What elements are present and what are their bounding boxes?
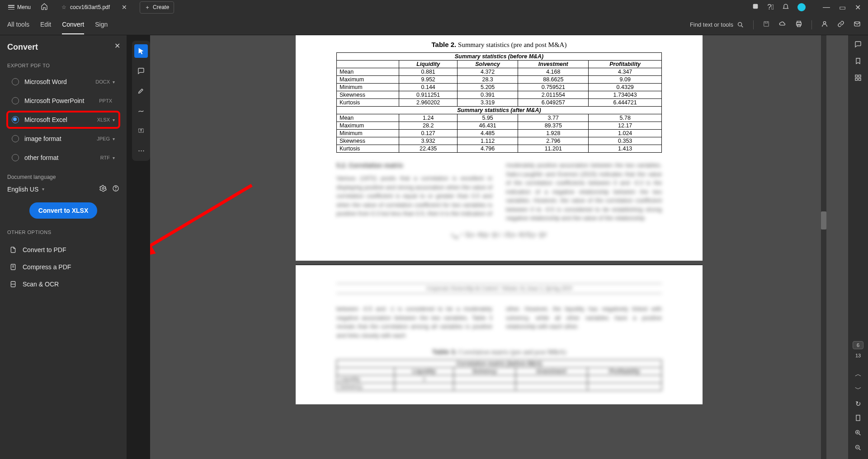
- menu-label: Menu: [17, 4, 31, 10]
- gear-icon[interactable]: [99, 185, 107, 193]
- radio-checked: [12, 116, 19, 123]
- link-icon[interactable]: [837, 20, 844, 29]
- pdf-page: Corporate Ownership & Control / Volume 1…: [296, 264, 703, 404]
- create-button[interactable]: ＋ Create: [140, 1, 174, 14]
- file-tab[interactable]: ☆ cocv16i3art5.pdf ✕: [57, 1, 134, 14]
- help-circle-icon[interactable]: [112, 185, 119, 193]
- opt-label: Microsoft Excel: [24, 116, 97, 123]
- item-label: Scan & OCR: [23, 281, 59, 288]
- svg-point-1: [738, 22, 742, 26]
- tool-rail: ⋯: [132, 41, 150, 161]
- text-box-tool[interactable]: [134, 124, 148, 137]
- scrollbar-thumb[interactable]: [821, 211, 826, 230]
- opt-label: other format: [24, 154, 100, 161]
- star-icon: ☆: [61, 4, 66, 10]
- svg-rect-18: [859, 78, 861, 80]
- main-toolbar: All tools Edit Convert Sign Find text or…: [0, 14, 868, 35]
- menu-button[interactable]: Menu: [4, 2, 35, 12]
- radio-unchecked: [12, 78, 19, 85]
- cloud-icon[interactable]: [779, 20, 786, 29]
- page-up-button[interactable]: ︿: [855, 370, 862, 379]
- doc-language-value[interactable]: English US: [7, 186, 38, 193]
- page-down-button[interactable]: ﹀: [855, 385, 862, 393]
- convert-to-pdf[interactable]: Convert to PDF: [7, 241, 119, 258]
- option-powerpoint[interactable]: Microsoft PowerPoint PPTX: [7, 93, 119, 109]
- zoom-in-icon[interactable]: [854, 429, 862, 438]
- close-window-button[interactable]: ✕: [855, 3, 861, 12]
- chevron-down-icon: ▾: [113, 117, 115, 122]
- zoom-out-icon[interactable]: [854, 444, 862, 453]
- comment-tool[interactable]: [134, 64, 148, 78]
- annotation-arrow: [150, 181, 268, 262]
- chevron-down-icon: ▾: [42, 187, 44, 192]
- scan-ocr[interactable]: Scan & OCR: [7, 276, 119, 293]
- opt-format: RTF: [100, 155, 110, 160]
- export-label: EXPORT PDF TO: [7, 63, 119, 68]
- svg-rect-17: [855, 78, 858, 80]
- find-text[interactable]: Find text or tools: [690, 21, 744, 28]
- convert-button[interactable]: Convert to XLSX: [29, 202, 97, 219]
- find-label: Find text or tools: [690, 21, 733, 28]
- close-panel-button[interactable]: ✕: [114, 42, 120, 50]
- scrollbar[interactable]: [821, 35, 826, 459]
- page-current[interactable]: 6: [853, 341, 863, 349]
- radio-unchecked: [12, 135, 19, 142]
- tab-sign[interactable]: Sign: [95, 15, 108, 34]
- create-label: Create: [153, 4, 169, 10]
- save-icon[interactable]: [763, 20, 770, 29]
- tab-convert[interactable]: Convert: [62, 15, 84, 34]
- print-icon[interactable]: [795, 20, 802, 29]
- hamburger-icon: [8, 5, 14, 9]
- tab-close-button[interactable]: ✕: [119, 3, 130, 12]
- titlebar: Menu ☆ cocv16i3art5.pdf ✕ ＋ Create ?⃝ — …: [0, 0, 868, 14]
- thumbnails-icon[interactable]: [854, 74, 862, 83]
- page-fit-icon[interactable]: [854, 414, 862, 423]
- svg-point-6: [823, 22, 826, 24]
- opt-label: image format: [24, 135, 97, 142]
- svg-rect-19: [856, 415, 860, 421]
- page-total: 13: [855, 353, 861, 358]
- plus-icon: ＋: [145, 4, 150, 11]
- svg-point-8: [102, 187, 104, 189]
- radio-unchecked: [12, 154, 19, 161]
- table-title: Table 2. Summary statistics (pre and pos…: [336, 41, 662, 49]
- other-options-label: OTHER OPTIONS: [7, 230, 119, 235]
- scan-icon: [9, 280, 17, 288]
- tab-all-tools[interactable]: All tools: [7, 15, 29, 34]
- avatar[interactable]: [797, 3, 806, 11]
- compress-icon: [9, 263, 17, 271]
- ai-icon[interactable]: [752, 3, 759, 12]
- option-word[interactable]: Microsoft Word DOCX ▾: [7, 74, 119, 90]
- more-tools[interactable]: ⋯: [134, 144, 148, 157]
- chat-panel-icon[interactable]: [854, 41, 862, 49]
- draw-tool[interactable]: [134, 104, 148, 117]
- separator: [811, 20, 812, 29]
- opt-format: DOCX: [95, 79, 110, 84]
- help-icon[interactable]: ?⃝: [767, 3, 774, 11]
- tab-edit[interactable]: Edit: [40, 15, 51, 34]
- opt-format: XLSX: [97, 117, 110, 122]
- svg-rect-15: [855, 75, 858, 77]
- svg-line-14: [150, 185, 252, 248]
- opt-label: Microsoft PowerPoint: [24, 97, 99, 104]
- highlight-tool[interactable]: [134, 84, 148, 98]
- option-image[interactable]: image format JPEG ▾: [7, 131, 119, 147]
- chevron-down-icon: ▾: [113, 155, 115, 160]
- rotate-icon[interactable]: ↻: [855, 400, 861, 408]
- compress-pdf[interactable]: Compress a PDF: [7, 258, 119, 276]
- home-button[interactable]: [37, 0, 52, 14]
- bookmark-panel-icon[interactable]: [854, 57, 862, 66]
- mail-icon[interactable]: [854, 20, 861, 29]
- select-tool[interactable]: [134, 44, 148, 58]
- item-label: Compress a PDF: [23, 263, 71, 271]
- maximize-button[interactable]: ▭: [839, 3, 846, 12]
- summary-table: Summary statistics (before M&A)Liquidity…: [336, 52, 662, 153]
- minimize-button[interactable]: —: [823, 3, 830, 12]
- option-excel[interactable]: Microsoft Excel XLSX ▾: [7, 112, 119, 128]
- svg-point-10: [116, 190, 116, 190]
- option-other[interactable]: other format RTF ▾: [7, 150, 119, 166]
- chevron-down-icon: ▾: [113, 80, 115, 84]
- share-people-icon[interactable]: [821, 20, 828, 29]
- document-viewport[interactable]: Table 2. Summary statistics (pre and pos…: [150, 35, 848, 459]
- bell-icon[interactable]: [782, 3, 789, 12]
